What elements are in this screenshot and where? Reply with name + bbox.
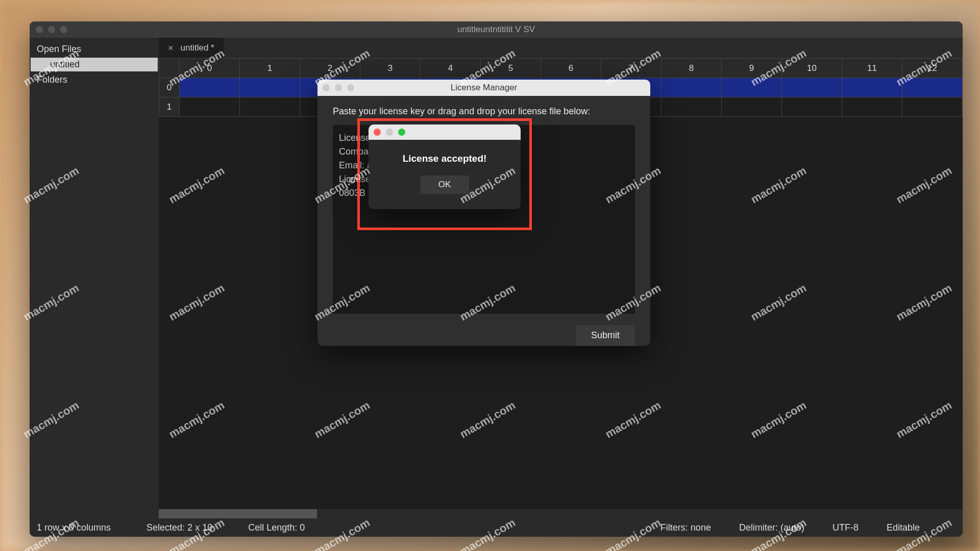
status-cell-length: Cell Length: 0	[248, 522, 305, 533]
column-header[interactable]: 0	[180, 59, 240, 78]
sidebar-file-untitled[interactable]: untitled	[31, 58, 158, 71]
folders-header[interactable]: Folders	[30, 71, 159, 88]
grid-cell[interactable]	[240, 97, 300, 117]
grid-corner	[159, 59, 180, 78]
tabbar: × untitled *	[159, 38, 963, 58]
column-header[interactable]: 9	[722, 59, 782, 78]
alert-titlebar	[369, 124, 521, 140]
horizontal-scrollbar[interactable]	[159, 509, 963, 518]
grid-cell[interactable]	[782, 78, 842, 97]
submit-button[interactable]: Submit	[576, 325, 635, 346]
minimize-icon[interactable]	[386, 129, 393, 136]
maximize-icon[interactable]	[60, 26, 67, 33]
license-accepted-alert: License accepted! OK	[369, 124, 521, 209]
close-icon[interactable]	[323, 84, 330, 91]
grid-cell[interactable]	[180, 97, 240, 117]
grid-cell[interactable]	[180, 78, 240, 97]
window-title: untitleuntntititit V SV	[457, 24, 535, 35]
tab-untitled[interactable]: × untitled *	[159, 38, 224, 58]
license-instruction: Paste your license key or drag and drop …	[333, 106, 635, 117]
column-header[interactable]: 5	[481, 59, 541, 78]
grid-cell[interactable]	[722, 97, 782, 117]
dialog-title: License Manager	[451, 83, 517, 93]
status-filters[interactable]: Filters: none	[660, 522, 711, 533]
minimize-icon[interactable]	[335, 84, 342, 91]
row-header[interactable]: 1	[159, 97, 180, 117]
grid-cell[interactable]	[662, 78, 722, 97]
grid-cell[interactable]	[722, 78, 782, 97]
statusbar: 1 row x 0 columns Selected: 2 x 10 Cell …	[30, 518, 963, 537]
close-icon[interactable]	[36, 26, 43, 33]
column-header[interactable]: 12	[902, 59, 963, 78]
grid-cell[interactable]	[842, 97, 902, 117]
grid-cell[interactable]	[662, 97, 722, 117]
ok-button[interactable]: OK	[420, 176, 470, 194]
titlebar: untitleuntntititit V SV	[30, 21, 963, 38]
tab-close-icon[interactable]: ×	[168, 43, 174, 54]
close-icon[interactable]	[374, 129, 381, 136]
column-header[interactable]: 3	[360, 59, 421, 78]
status-encoding[interactable]: UTF-8	[832, 522, 859, 533]
scrollbar-thumb[interactable]	[159, 509, 317, 518]
column-header[interactable]: 2	[300, 59, 360, 78]
status-mode[interactable]: Editable	[887, 522, 920, 533]
status-delimiter[interactable]: Delimiter: (auto)	[739, 522, 804, 533]
grid-cell[interactable]	[842, 78, 902, 97]
column-header[interactable]: 6	[541, 59, 601, 78]
minimize-icon[interactable]	[48, 26, 55, 33]
status-selected: Selected: 2 x 10	[146, 522, 212, 533]
column-header[interactable]: 4	[421, 59, 481, 78]
dialog-titlebar: License Manager	[317, 80, 650, 96]
status-rows: 1 row x 0 columns	[37, 522, 111, 533]
sidebar: Open Files untitled Folders	[30, 38, 159, 518]
row-header[interactable]: 0	[159, 78, 180, 97]
column-header[interactable]: 7	[601, 59, 662, 78]
column-header[interactable]: 1	[240, 59, 300, 78]
alert-message: License accepted!	[379, 153, 510, 164]
column-header[interactable]: 8	[662, 59, 722, 78]
grid-cell[interactable]	[902, 97, 963, 117]
maximize-icon[interactable]	[347, 84, 354, 91]
maximize-icon[interactable]	[398, 129, 405, 136]
grid-cell[interactable]	[902, 78, 963, 97]
open-files-header: Open Files	[30, 41, 159, 58]
license-manager-dialog: License Manager Paste your license key o…	[317, 80, 650, 346]
column-header[interactable]: 11	[842, 59, 902, 78]
grid-cell[interactable]	[782, 97, 842, 117]
tab-label: untitled *	[181, 43, 214, 53]
grid-cell[interactable]	[240, 78, 300, 97]
column-header[interactable]: 10	[782, 59, 842, 78]
